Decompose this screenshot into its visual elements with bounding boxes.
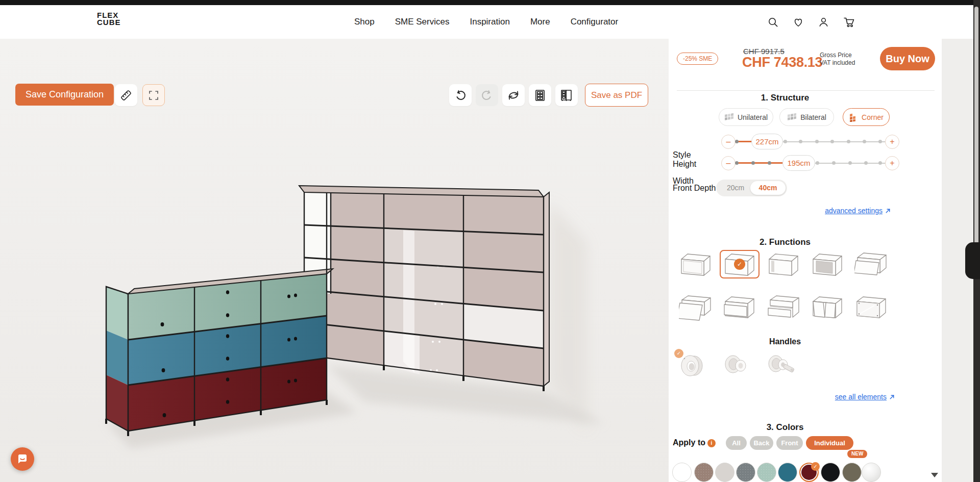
measure-ruler-button[interactable] [115,84,137,106]
function-option-open-box[interactable] [676,250,716,278]
account-user-icon[interactable] [818,16,829,28]
nav-item-sme-services[interactable]: SME Services [395,17,450,27]
chat-bubble-icon [16,453,29,465]
external-link-icon [889,394,895,400]
function-option-two-drawers[interactable] [764,293,803,322]
selected-check-icon: ✓ [811,462,820,471]
nav-item-inspiration[interactable]: Inspiration [470,17,509,27]
gross-price-line1: Gross Price [820,52,852,59]
nav-item-configurator[interactable]: Configurator [571,17,619,27]
function-option-glass-door[interactable] [851,293,891,322]
functions-heading: 2. Functions [677,237,893,247]
front-view-button[interactable] [529,84,551,106]
new-badge: NEW [847,450,867,458]
cart-icon[interactable] [843,16,855,28]
save-as-pdf-button[interactable]: Save as PDF [585,84,648,107]
style-option-corner[interactable]: Corner [843,108,890,126]
front-depth-20cm[interactable]: 20cm [722,180,749,196]
ruler-icon [119,89,133,102]
width-slider-dot[interactable] [735,140,739,143]
fullscreen-button[interactable] [142,84,165,106]
handle-option-knob[interactable] [720,351,755,380]
height-increase-button[interactable]: + [885,156,899,170]
configurator-3d-canvas[interactable]: Save Configuration [0,39,669,482]
function-option-back-panel[interactable] [764,250,803,278]
selected-check-icon: ✓ [734,259,745,270]
style-option-bilateral[interactable]: Bilateral [779,108,834,126]
scroll-down-indicator[interactable] [931,473,938,477]
rotate-view-button[interactable] [502,84,525,106]
scrollbar-thumb[interactable] [974,7,978,259]
height-slider-dot[interactable] [816,161,819,165]
height-slider-dot[interactable] [832,161,836,165]
chat-launcher-button[interactable] [11,447,34,471]
sme-discount-badge: -25% SME [677,53,718,65]
color-swatch-black[interactable] [821,463,840,482]
side-pull-tab[interactable] [965,242,980,279]
color-swatch-petrol-blue[interactable] [778,463,797,482]
function-option-drop-front[interactable] [720,293,760,322]
width-slider-dot[interactable] [878,140,882,143]
advanced-settings-link[interactable]: advanced settings [825,207,891,215]
header-icons [767,5,855,39]
buy-now-button[interactable]: Buy Now [880,47,935,70]
perspective-view-button[interactable] [555,84,578,106]
height-slider-dot[interactable] [751,161,755,165]
height-slider-dot[interactable] [768,161,771,165]
color-swatch-taupe[interactable] [694,463,714,482]
color-swatch-light-grey[interactable] [715,463,734,482]
nav-item-shop[interactable]: Shop [354,17,375,27]
height-slider-dot[interactable] [878,161,882,165]
corner-cube-icon [849,113,858,122]
height-slider-dot[interactable] [864,161,868,165]
info-icon[interactable]: i [707,439,716,447]
back-panel-box-icon [767,251,800,277]
width-slider-dot[interactable] [799,140,802,143]
height-decrease-button[interactable]: – [721,156,736,170]
style-label: Style [673,150,691,160]
color-swatch-transparent[interactable] [862,463,881,482]
redo-icon [481,89,493,102]
width-increase-button[interactable]: + [885,135,899,149]
height-slider-dot[interactable] [848,161,852,165]
nav-item-more[interactable]: More [530,17,550,27]
function-option-double-doors[interactable] [807,293,847,322]
wishlist-heart-icon[interactable] [792,16,804,28]
search-icon[interactable] [767,16,779,28]
color-swatch-olive[interactable] [842,463,862,482]
style-option-unilateral[interactable]: Unilateral [719,108,773,126]
main-nav: Shop SME Services Inspiration More Confi… [354,5,618,39]
width-slider-dot[interactable] [783,140,787,143]
apply-to-individual[interactable]: Individual [806,436,853,450]
color-swatch-sage[interactable] [757,463,776,482]
function-option-deep-box[interactable] [807,250,847,278]
handle-option-ring[interactable]: ✓ [676,351,712,380]
apply-to-all[interactable]: All [726,436,747,450]
width-value-pill[interactable]: 227cm [751,134,783,149]
width-slider-dot[interactable] [830,140,834,143]
height-value-pill[interactable]: 195cm [782,155,815,171]
function-option-flap-door[interactable] [851,250,891,278]
front-depth-40cm[interactable]: 40cm [750,181,786,195]
function-option-flap-open[interactable] [676,293,716,322]
width-slider-dot[interactable] [863,140,866,143]
color-swatch-white[interactable] [672,463,692,482]
apply-to-front[interactable]: Front [776,436,803,450]
flexcube-logo[interactable]: FLEX CUBE [97,12,121,26]
save-configuration-button[interactable]: Save Configuration [15,84,114,106]
redo-button[interactable] [476,84,498,106]
function-option-open-box-selected[interactable]: ✓ [720,250,760,278]
selected-check-icon: ✓ [674,349,683,358]
apply-to-back[interactable]: Back [750,436,773,450]
width-decrease-button[interactable]: – [721,135,736,149]
see-all-elements-link[interactable]: see all elements [835,393,895,401]
height-slider-dot[interactable] [735,161,739,165]
width-slider-dot[interactable] [815,140,819,143]
handle-option-lock[interactable] [764,351,799,380]
color-swatch-bordeaux-selected[interactable]: ✓ [799,463,819,482]
colors-heading: 3. Colors [677,422,893,433]
undo-button[interactable] [449,84,472,106]
lock-handle-icon [764,351,801,380]
width-slider-dot[interactable] [847,140,850,143]
color-swatch-stone-grey[interactable] [736,463,755,482]
